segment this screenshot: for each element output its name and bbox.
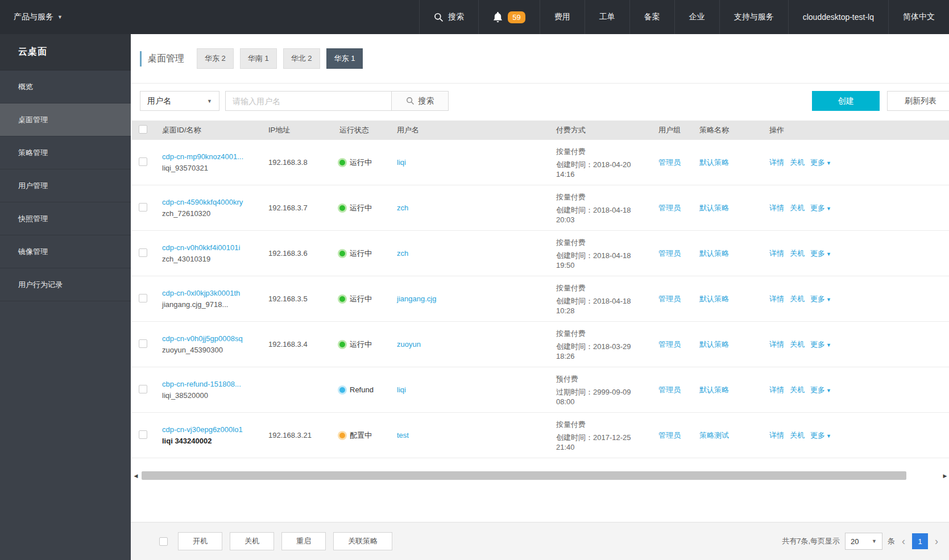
user-group-link[interactable]: 管理员: [658, 249, 681, 258]
topbar-nav-item[interactable]: 备案: [629, 0, 674, 34]
prev-page-icon[interactable]: ‹: [900, 536, 907, 546]
horizontal-scrollbar[interactable]: ◀ ▶: [132, 471, 949, 480]
footer-select-all-checkbox[interactable]: [159, 537, 168, 546]
page-size-select[interactable]: 20 ▼: [845, 533, 882, 550]
detail-link[interactable]: 详情: [769, 249, 784, 258]
row-checkbox[interactable]: [139, 339, 147, 348]
next-page-icon[interactable]: ›: [933, 536, 940, 546]
row-checkbox[interactable]: [139, 157, 147, 166]
user-link[interactable]: zch: [397, 249, 408, 258]
sidebar-item[interactable]: 策略管理: [0, 136, 131, 169]
scroll-left-icon[interactable]: ◀: [132, 471, 140, 480]
shutdown-link[interactable]: 关机: [790, 204, 805, 212]
policy-link[interactable]: 默认策略: [699, 249, 729, 258]
refresh-list-button[interactable]: 刷新列表: [887, 91, 949, 111]
scrollbar-thumb[interactable]: [142, 471, 906, 480]
power-on-button[interactable]: 开机: [178, 532, 222, 550]
sidebar-item[interactable]: 概览: [0, 70, 131, 103]
user-group-link[interactable]: 管理员: [658, 385, 681, 394]
policy-link[interactable]: 默认策略: [699, 204, 729, 212]
user-group-link[interactable]: 管理员: [658, 158, 681, 167]
row-checkbox[interactable]: [139, 385, 147, 393]
topbar-nav-item[interactable]: 费用: [540, 0, 585, 34]
policy-link[interactable]: 策略测试: [699, 431, 729, 439]
more-link[interactable]: 更多▼: [810, 204, 831, 212]
topbar-nav-item[interactable]: 工单: [585, 0, 629, 34]
desktop-id-link[interactable]: cbp-cn-refund-151808...: [162, 380, 241, 388]
desktop-id-link[interactable]: cdp-cn-0xl0kjp3k0001th: [162, 289, 240, 297]
region-tab[interactable]: 华东 2: [197, 48, 234, 69]
desktop-id-link[interactable]: cdp-cn-v0h0jj5gp0008sq: [162, 334, 243, 343]
detail-link[interactable]: 详情: [769, 158, 784, 167]
detail-link[interactable]: 详情: [769, 385, 784, 394]
shutdown-button[interactable]: 关机: [230, 532, 274, 550]
policy-link[interactable]: 默认策略: [699, 294, 729, 303]
policy-link[interactable]: 默认策略: [699, 385, 729, 394]
more-link[interactable]: 更多▼: [810, 158, 831, 167]
search-button[interactable]: 搜索: [392, 91, 449, 111]
shutdown-link[interactable]: 关机: [790, 431, 805, 439]
language-switcher[interactable]: 简体中文: [888, 0, 949, 34]
more-link[interactable]: 更多▼: [810, 431, 831, 439]
policy-link[interactable]: 默认策略: [699, 340, 729, 349]
create-button[interactable]: 创建: [812, 91, 880, 111]
user-link[interactable]: liqi: [397, 158, 406, 167]
products-menu[interactable]: 产品与服务 ▼: [0, 0, 76, 34]
detail-link[interactable]: 详情: [769, 294, 784, 303]
shutdown-link[interactable]: 关机: [790, 340, 805, 349]
notifications[interactable]: 59: [478, 0, 539, 34]
topbar-search[interactable]: 搜索: [419, 0, 478, 34]
desktop-id-link[interactable]: cdp-cn-mp90knoz4001...: [162, 152, 243, 161]
desktop-id-link[interactable]: cdp-cn-vj30epg6z000lo1: [162, 425, 243, 434]
shutdown-link[interactable]: 关机: [790, 385, 805, 394]
sidebar-item[interactable]: 桌面管理: [0, 103, 131, 136]
table-body: cdp-cn-mp90knoz4001...liqi_93570321192.1…: [132, 140, 949, 458]
shutdown-link[interactable]: 关机: [790, 249, 805, 258]
more-link[interactable]: 更多▼: [810, 340, 831, 349]
sidebar-item[interactable]: 用户管理: [0, 169, 131, 202]
filter-field-select[interactable]: 用户名 ▼: [140, 91, 219, 111]
sidebar-item[interactable]: 镜像管理: [0, 235, 131, 268]
more-link[interactable]: 更多▼: [810, 385, 831, 394]
more-link[interactable]: 更多▼: [810, 249, 831, 258]
sidebar-item[interactable]: 用户行为记录: [0, 268, 131, 301]
detail-link[interactable]: 详情: [769, 431, 784, 439]
user-group-link[interactable]: 管理员: [658, 431, 681, 439]
detail-link[interactable]: 详情: [769, 340, 784, 349]
region-tab[interactable]: 华南 1: [240, 48, 277, 69]
user-link[interactable]: zuoyun: [397, 340, 421, 349]
row-checkbox[interactable]: [139, 248, 147, 257]
sidebar-item[interactable]: 快照管理: [0, 202, 131, 235]
current-page-button[interactable]: 1: [912, 533, 928, 549]
policy-link[interactable]: 默认策略: [699, 158, 729, 167]
region-tab[interactable]: 华东 1: [326, 48, 363, 69]
bind-policy-button[interactable]: 关联策略: [333, 532, 392, 550]
user-link[interactable]: test: [397, 431, 409, 439]
search-input[interactable]: [225, 91, 392, 111]
user-link[interactable]: zch: [397, 204, 408, 212]
select-all-checkbox[interactable]: [139, 125, 147, 134]
detail-link[interactable]: 详情: [769, 204, 784, 212]
shutdown-link[interactable]: 关机: [790, 158, 805, 167]
desktop-id-link[interactable]: cdp-cn-4590kkfq4000kry: [162, 198, 243, 206]
topbar-nav-item[interactable]: 企业: [674, 0, 719, 34]
user-group-link[interactable]: 管理员: [658, 340, 681, 349]
shutdown-link[interactable]: 关机: [790, 294, 805, 303]
desktop-id-link[interactable]: cdp-cn-v0h0kkf4i00101i: [162, 243, 240, 252]
scroll-right-icon[interactable]: ▶: [941, 471, 949, 480]
more-link[interactable]: 更多▼: [810, 294, 831, 303]
row-checkbox[interactable]: [139, 430, 147, 439]
column-header: 操作: [762, 125, 949, 135]
row-checkbox[interactable]: [139, 203, 147, 211]
region-tab[interactable]: 华北 2: [283, 48, 320, 69]
user-group-link[interactable]: 管理员: [658, 204, 681, 212]
restart-button[interactable]: 重启: [281, 532, 326, 550]
user-link[interactable]: jiangang.cjg: [397, 294, 436, 303]
user-link[interactable]: liqi: [397, 385, 406, 394]
user-group-link[interactable]: 管理员: [658, 294, 681, 303]
account-name[interactable]: clouddesktop-test-lq: [788, 0, 888, 34]
footer-bar: 开机关机重启关联策略 共有7条,每页显示 20 ▼ 条 ‹ 1 ›: [131, 522, 949, 560]
row-checkbox-cell: [132, 294, 154, 304]
row-checkbox[interactable]: [139, 294, 147, 302]
topbar-nav-item[interactable]: 支持与服务: [719, 0, 788, 34]
